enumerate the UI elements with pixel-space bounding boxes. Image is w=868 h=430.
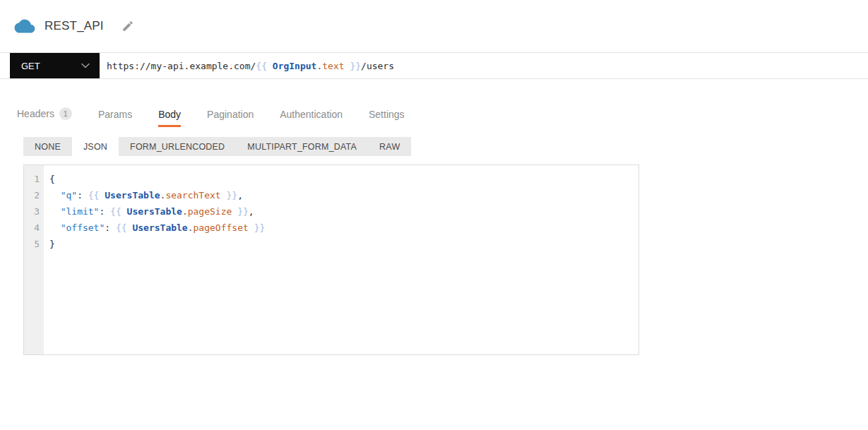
body-mode-none[interactable]: NONE: [23, 137, 72, 156]
tab-headers[interactable]: Headers 1: [17, 107, 72, 127]
code-token: {{: [256, 61, 272, 71]
code-token: UsersTable: [105, 190, 160, 201]
code-token: ,: [249, 206, 254, 217]
code-token: OrgInput: [273, 61, 317, 71]
code-token: }}: [345, 61, 361, 71]
query-header: REST_API: [0, 0, 868, 52]
code-token: [49, 206, 61, 217]
pencil-icon[interactable]: [121, 20, 134, 32]
tab-label: Params: [98, 109, 132, 120]
line-number: 2: [24, 187, 40, 203]
line-number: 3: [24, 203, 40, 220]
tab-authentication[interactable]: Authentication: [280, 109, 343, 127]
tab-settings[interactable]: Settings: [369, 109, 405, 127]
json-body-editor[interactable]: 12345 { "q": {{ UsersTable.searchText }}…: [23, 165, 639, 355]
code-token: pageSize: [188, 206, 232, 217]
query-title: REST_API: [44, 19, 104, 33]
request-tabs: Headers 1 Params Body Pagination Authent…: [0, 107, 868, 127]
editor-gutter: 12345: [24, 165, 44, 354]
subtab-label: JSON: [83, 142, 107, 152]
code-line[interactable]: "q": {{ UsersTable.searchText }},: [49, 187, 638, 203]
code-token: ,: [237, 190, 243, 201]
code-line[interactable]: {: [49, 171, 638, 187]
code-token: [49, 190, 61, 201]
code-token: pageOffset: [194, 222, 249, 233]
code-token: .: [182, 206, 188, 217]
line-number: 1: [24, 171, 40, 187]
request-bar: GET https://my-api.example.com/{{ OrgInp…: [0, 52, 868, 79]
chevron-down-icon: [81, 63, 90, 68]
editor-code[interactable]: { "q": {{ UsersTable.searchText }}, "lim…: [44, 165, 638, 354]
cloud-icon: [14, 18, 35, 35]
code-token: searchText: [165, 190, 220, 201]
body-mode-multipart-form-data[interactable]: MULTIPART_FORM_DATA: [236, 137, 368, 156]
subtab-label: RAW: [379, 142, 400, 152]
body-mode-tabs: NONE JSON FORM_URLENCODED MULTIPART_FORM…: [23, 137, 411, 156]
subtab-label: NONE: [35, 142, 61, 152]
code-token: {{: [88, 190, 105, 201]
tab-label: Pagination: [207, 109, 254, 120]
code-token: .: [316, 61, 322, 71]
code-token: }}: [232, 206, 248, 217]
body-mode-form-urlencoded[interactable]: FORM_URLENCODED: [119, 137, 236, 156]
code-token: text: [322, 61, 344, 71]
code-token: "offset": [61, 222, 105, 233]
code-token: }}: [249, 222, 265, 233]
code-token: /users: [361, 61, 394, 71]
code-line[interactable]: "limit": {{ UsersTable.pageSize }},: [49, 203, 638, 220]
code-line[interactable]: "offset": {{ UsersTable.pageOffset }}: [49, 220, 638, 236]
code-token: :: [99, 206, 110, 217]
line-number: 5: [24, 236, 40, 252]
code-token: {{: [116, 222, 132, 233]
tab-body[interactable]: Body: [158, 109, 181, 127]
url-input[interactable]: https://my-api.example.com/{{ OrgInput.t…: [100, 53, 868, 78]
body-mode-raw[interactable]: RAW: [368, 137, 411, 156]
headers-count-badge: 1: [59, 107, 72, 120]
method-label: GET: [21, 61, 40, 71]
code-token: "q": [61, 190, 77, 201]
tab-label: Headers: [17, 108, 54, 119]
subtab-label: MULTIPART_FORM_DATA: [247, 142, 357, 152]
code-token: UsersTable: [132, 222, 187, 233]
code-token: https://my-api.example.com/: [107, 61, 256, 71]
code-token: :: [105, 222, 116, 233]
code-token: UsersTable: [127, 206, 182, 217]
tab-params[interactable]: Params: [98, 109, 132, 127]
code-token: .: [188, 222, 194, 233]
subtab-label: FORM_URLENCODED: [130, 142, 225, 152]
code-token: [49, 222, 61, 233]
code-token: }: [49, 239, 55, 249]
code-token: "limit": [61, 206, 100, 217]
tab-label: Body: [158, 109, 181, 120]
code-line[interactable]: }: [49, 236, 638, 252]
code-token: }}: [221, 190, 237, 201]
code-token: {{: [110, 206, 126, 217]
code-token: :: [77, 190, 88, 201]
body-mode-json[interactable]: JSON: [72, 137, 119, 156]
line-number: 4: [24, 220, 40, 236]
tab-label: Authentication: [280, 109, 343, 120]
code-token: {: [49, 174, 55, 184]
tab-pagination[interactable]: Pagination: [207, 109, 254, 127]
tab-label: Settings: [369, 109, 405, 120]
method-select[interactable]: GET: [10, 53, 100, 78]
